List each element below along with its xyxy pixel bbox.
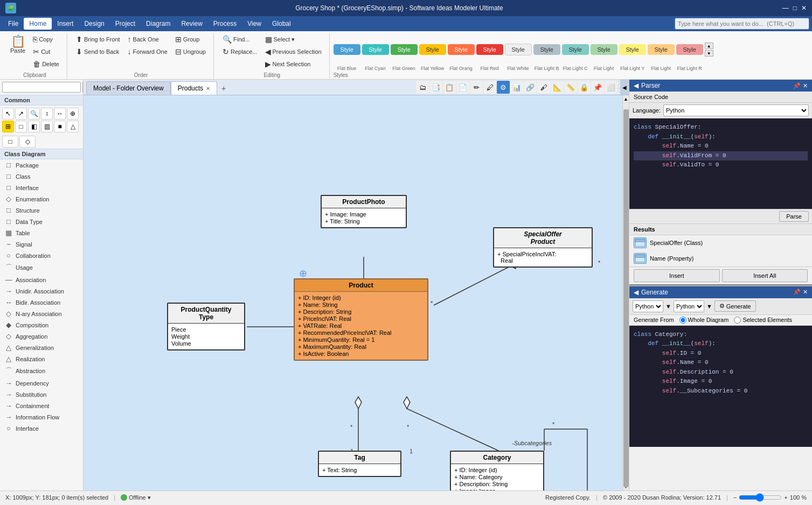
tool-diamond[interactable]: ◇	[19, 136, 36, 148]
panel-item-bidir-assoc[interactable]: ↔ Bidir. Association	[0, 297, 83, 308]
maximize-btn[interactable]: □	[793, 4, 797, 12]
panel-item-interface[interactable]: □ Interface	[0, 182, 83, 193]
tool-shape[interactable]: △	[67, 121, 79, 132]
generate-collapse-icon[interactable]: ◀	[634, 289, 639, 296]
dtb-icon-14[interactable]: 📌	[591, 81, 604, 94]
find-button[interactable]: 🔍 Find...	[219, 33, 261, 45]
style-flat-yellow[interactable]: Style	[419, 44, 446, 55]
scroll-thumb[interactable]	[623, 109, 629, 487]
forward-one-button[interactable]: ↓ Forward One	[124, 46, 171, 58]
dtb-icon-7[interactable]: ⚙	[497, 81, 510, 94]
previous-selection-button[interactable]: ◀ Previous Selection	[262, 46, 325, 58]
style-flat-lightb[interactable]: Style	[533, 44, 560, 55]
category-class[interactable]: Category + ID: Integer (id) + Name: Cate…	[450, 451, 544, 490]
panel-item-class[interactable]: □ Class	[0, 171, 83, 182]
dtb-icon-10[interactable]: 🖋	[537, 81, 550, 94]
dtb-icon-8[interactable]: 📊	[510, 81, 523, 94]
gen-lang-select-1[interactable]: Python C# Java	[633, 300, 663, 312]
generate-pin-icon[interactable]: 📌	[793, 289, 801, 296]
ungroup-button[interactable]: ⊟ Ungroup	[172, 46, 209, 58]
menu-item-file[interactable]: File	[3, 18, 24, 30]
panel-item-collaboration[interactable]: ○ Collaboration	[0, 250, 83, 261]
panel-item-package[interactable]: □ Package	[0, 159, 83, 171]
style-flat-green[interactable]: Style	[391, 44, 418, 55]
dtb-icon-1[interactable]: 🗂	[416, 81, 429, 94]
result-item-name[interactable]: Name (Property)	[629, 251, 812, 266]
dtb-icon-15[interactable]: ⬜	[605, 81, 617, 94]
cut-button[interactable]: ✂ Cut	[30, 46, 63, 58]
specialoffer-class[interactable]: SpecialOfferProduct + SpecialPriceInclVA…	[493, 227, 593, 268]
style-scroll-down[interactable]: ▼	[705, 50, 713, 57]
add-element-btn[interactable]: ⊕	[299, 268, 307, 279]
menu-item-global[interactable]: Global	[267, 18, 296, 30]
tool-resize-v[interactable]: ↕	[41, 108, 53, 120]
productquantity-class[interactable]: ProductQuantityType Piece Weight Volume	[167, 303, 245, 350]
style-flat-cyan[interactable]: Style	[362, 44, 389, 55]
tool-grid[interactable]: ⊞	[2, 121, 14, 132]
dtb-icon-2[interactable]: 📑	[429, 81, 442, 94]
diagram-scrollbar[interactable]: ▲ ▼	[622, 95, 629, 490]
panel-item-interface2[interactable]: ○ Interface	[0, 423, 83, 434]
style-flat-light2[interactable]: Style	[648, 44, 675, 55]
dtb-icon-4[interactable]: 📄	[456, 81, 469, 94]
dtb-icon-5[interactable]: ✏	[470, 81, 483, 94]
dtb-icon-3[interactable]: 📋	[443, 81, 456, 94]
zoom-decrease[interactable]: −	[733, 494, 737, 501]
menu-item-home[interactable]: Home	[24, 18, 52, 30]
gen-lang-select-2[interactable]: Python C#	[674, 300, 704, 312]
panel-item-realization[interactable]: △ Realization	[0, 353, 83, 364]
menu-item-project[interactable]: Project	[110, 18, 141, 30]
select-button[interactable]: ▦ Select ▾	[262, 33, 325, 45]
tool-zoom[interactable]: 🔍	[28, 108, 40, 120]
copy-button[interactable]: ⎘ Copy	[30, 33, 63, 45]
tool-fill[interactable]: ■	[54, 121, 66, 132]
tool-arrow[interactable]: ↗	[15, 108, 27, 120]
right-panel-collapse[interactable]: ◀	[620, 80, 629, 95]
generate-code-area[interactable]: class Category: def __init__(self): self…	[629, 326, 812, 447]
productphoto-class[interactable]: ProductPhoto + Image: Image + Title: Str…	[321, 195, 407, 228]
panel-item-unidir-assoc[interactable]: → Unidir. Association	[0, 285, 83, 297]
tool-rect2[interactable]: □	[2, 136, 18, 148]
panel-search-input[interactable]	[2, 82, 81, 93]
style-flat-white[interactable]: Style	[505, 44, 532, 55]
style-flat-lightr[interactable]: Style	[676, 44, 703, 55]
delete-button[interactable]: 🗑 Delete	[30, 58, 63, 70]
menu-item-view[interactable]: View	[242, 18, 267, 30]
tool-table[interactable]: ▥	[41, 121, 53, 132]
result-item-specialoffer[interactable]: SpecialOffer (Class)	[629, 235, 812, 251]
language-select[interactable]: Python C# Java	[663, 104, 809, 116]
panel-item-enumeration[interactable]: ◇ Enumeration	[0, 193, 83, 205]
menu-item-diagram[interactable]: Diagram	[141, 18, 176, 30]
panel-item-containment[interactable]: → Containment	[0, 400, 83, 411]
style-flat-light[interactable]: Style	[591, 44, 617, 55]
group-button[interactable]: ⊞ Group	[172, 33, 209, 45]
dtb-icon-9[interactable]: 🔗	[524, 81, 537, 94]
status-dropdown[interactable]: ▾	[148, 494, 151, 501]
insert-button[interactable]: Insert	[634, 269, 720, 282]
panel-item-info-flow[interactable]: → Information Flow	[0, 411, 83, 423]
zoom-slider-area[interactable]: − + 100 %	[733, 493, 807, 502]
dtb-icon-6[interactable]: 🖊	[483, 81, 496, 94]
panel-item-abstraction[interactable]: ⌒ Abstraction	[0, 364, 83, 377]
close-btn[interactable]: ✕	[801, 4, 807, 12]
dtb-icon-11[interactable]: 📐	[551, 81, 564, 94]
scroll-up-btn[interactable]: ▲	[622, 95, 629, 103]
insert-all-button[interactable]: Insert All	[722, 269, 808, 282]
product-class[interactable]: Product + ID: Integer (id) + Name: Strin…	[294, 278, 428, 361]
diagram-canvas[interactable]: * 1 * 1 * 1 * * ⊕	[84, 95, 629, 490]
panel-item-structure[interactable]: □ Structure	[0, 205, 83, 216]
style-scroll-up[interactable]: ▲	[705, 43, 713, 49]
selected-elements-radio[interactable]: Selected Elements	[734, 317, 792, 324]
menu-item-process[interactable]: Process	[208, 18, 242, 30]
paste-button[interactable]: 📋 Paste	[7, 33, 29, 56]
menu-item-design[interactable]: Design	[79, 18, 109, 30]
replace-button[interactable]: ↻ Replace...	[219, 46, 261, 58]
panel-item-composition[interactable]: ◆ Composition	[0, 319, 83, 331]
panel-item-usage[interactable]: ⌒ Usage	[0, 261, 83, 274]
panel-item-substitution[interactable]: → Substitution	[0, 389, 83, 400]
panel-item-nary-assoc[interactable]: ◇ N-ary Association	[0, 308, 83, 319]
panel-item-association[interactable]: — Association	[0, 274, 83, 285]
zoom-slider[interactable]	[739, 493, 782, 502]
dtb-icon-13[interactable]: 🔒	[578, 81, 591, 94]
dtb-icon-12[interactable]: 📏	[564, 81, 577, 94]
